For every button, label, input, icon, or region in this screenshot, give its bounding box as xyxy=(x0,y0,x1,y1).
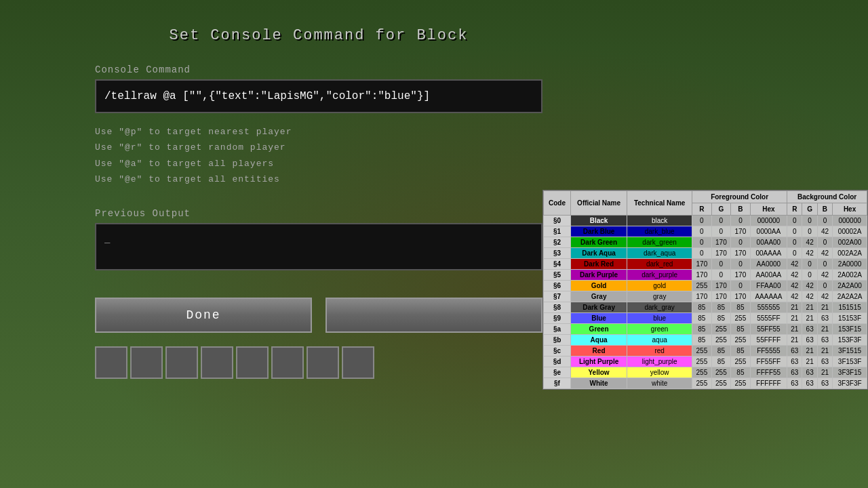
official-name-cell: Red xyxy=(570,346,627,357)
fg-hex-cell: 5555FF xyxy=(750,313,787,324)
fg-r-cell: 85 xyxy=(692,335,712,346)
bg-hex-cell: 2A002A xyxy=(833,270,867,281)
col-header-bg: Background Color xyxy=(787,191,867,203)
fg-g-cell: 255 xyxy=(711,335,731,346)
technical-name-cell: blue xyxy=(627,313,692,324)
color-table-body: §0 Black black 0 0 0 000000 0 0 0 000000… xyxy=(544,216,867,389)
code-cell: §5 xyxy=(544,270,571,281)
fg-hex-cell: 555555 xyxy=(750,302,787,313)
fg-b-cell: 255 xyxy=(731,357,751,367)
bg-hex-cell: 2A2A00 xyxy=(833,281,867,291)
bg-b-cell: 42 xyxy=(817,248,832,259)
fg-b-cell: 170 xyxy=(731,291,751,302)
bg-b-cell: 42 xyxy=(817,226,832,237)
bg-g-cell: 0 xyxy=(802,259,817,270)
fg-b-cell: 85 xyxy=(731,367,751,378)
color-table: Code Official Name Technical Name Foregr… xyxy=(543,190,867,389)
bg-r-cell: 21 xyxy=(787,313,802,324)
code-cell: §7 xyxy=(544,291,571,302)
bg-g-cell: 0 xyxy=(802,226,817,237)
bg-g-cell: 63 xyxy=(802,335,817,346)
inv-slot-6 xyxy=(271,346,304,379)
technical-name-cell: dark_green xyxy=(627,237,692,248)
official-name-cell: Dark Gray xyxy=(570,302,627,313)
inv-slot-8 xyxy=(342,346,374,379)
code-cell: §9 xyxy=(544,313,571,324)
bg-r-cell: 0 xyxy=(787,248,802,259)
fg-r-cell: 0 xyxy=(692,226,712,237)
hint-line-1: Use "@p" to target nearest player xyxy=(95,124,542,140)
col-header-official: Official Name xyxy=(570,191,627,216)
color-table-row: §6 Gold gold 255 170 0 FFAA00 42 42 0 2A… xyxy=(544,281,867,291)
bg-hex-cell: 3F1515 xyxy=(833,346,867,357)
bg-r-cell: 0 xyxy=(787,237,802,248)
technical-name-cell: red xyxy=(627,346,692,357)
official-name-cell: Black xyxy=(570,216,627,226)
fg-b-cell: 170 xyxy=(731,226,751,237)
code-cell: §6 xyxy=(544,281,571,291)
bg-g-cell: 21 xyxy=(802,313,817,324)
bg-hex-cell: 00002A xyxy=(833,226,867,237)
inv-slot-1 xyxy=(95,346,127,379)
hint-line-2: Use "@r" to target random player xyxy=(95,140,542,155)
prev-output-label: Previous Output xyxy=(95,208,542,219)
technical-name-cell: dark_aqua xyxy=(627,248,692,259)
fg-b-cell: 0 xyxy=(731,216,751,226)
bg-g-cell: 42 xyxy=(802,237,817,248)
color-table-row: §a Green green 85 255 85 55FF55 21 63 21… xyxy=(544,324,867,335)
color-table-row: §e Yellow yellow 255 255 85 FFFF55 63 63… xyxy=(544,367,867,378)
fg-g-cell: 85 xyxy=(711,302,731,313)
bg-b-cell: 0 xyxy=(817,237,832,248)
fg-r-cell: 170 xyxy=(692,270,712,281)
color-table-row: §3 Dark Aqua dark_aqua 0 170 170 00AAAA … xyxy=(544,248,867,259)
color-table-row: §c Red red 255 85 85 FF5555 63 21 21 3F1… xyxy=(544,346,867,357)
official-name-cell: Yellow xyxy=(570,367,627,378)
code-cell: §1 xyxy=(544,226,571,237)
fg-b-cell: 255 xyxy=(731,378,751,389)
fg-g-cell: 0 xyxy=(711,259,731,270)
code-cell: §3 xyxy=(544,248,571,259)
inv-slot-7 xyxy=(307,346,339,379)
bg-b-cell: 0 xyxy=(817,216,832,226)
done-button[interactable]: Done xyxy=(95,298,312,333)
technical-name-cell: black xyxy=(627,216,692,226)
fg-b-cell: 85 xyxy=(731,324,751,335)
page-title: Set Console Command for Block xyxy=(95,27,542,44)
technical-name-cell: dark_blue xyxy=(627,226,692,237)
code-cell: §c xyxy=(544,346,571,357)
official-name-cell: Dark Green xyxy=(570,237,627,248)
bg-hex-cell: 002A00 xyxy=(833,237,867,248)
fg-g-cell: 0 xyxy=(711,216,731,226)
bg-b-cell: 63 xyxy=(817,357,832,367)
color-table-row: §2 Dark Green dark_green 0 170 0 00AA00 … xyxy=(544,237,867,248)
cancel-button[interactable] xyxy=(326,298,542,333)
official-name-cell: Gray xyxy=(570,291,627,302)
fg-g-cell: 255 xyxy=(711,367,731,378)
inv-slot-2 xyxy=(130,346,163,379)
bg-r-cell: 63 xyxy=(787,378,802,389)
fg-g-cell: 85 xyxy=(711,346,731,357)
fg-r-cell: 255 xyxy=(692,367,712,378)
fg-r-cell: 0 xyxy=(692,216,712,226)
bg-g-cell: 63 xyxy=(802,378,817,389)
color-table-row: §0 Black black 0 0 0 000000 0 0 0 000000 xyxy=(544,216,867,226)
bg-r-cell: 42 xyxy=(787,281,802,291)
bg-hex-cell: 153F15 xyxy=(833,324,867,335)
official-name-cell: Dark Blue xyxy=(570,226,627,237)
command-input-display[interactable]: /tellraw @a ["",{"text":"LapisMG","color… xyxy=(95,79,542,113)
technical-name-cell: aqua xyxy=(627,335,692,346)
bg-b-cell: 42 xyxy=(817,291,832,302)
inventory-row xyxy=(95,346,542,379)
color-table-row: §8 Dark Gray dark_gray 85 85 85 555555 2… xyxy=(544,302,867,313)
fg-r-cell: 0 xyxy=(692,237,712,248)
fg-hex-cell: 55FF55 xyxy=(750,324,787,335)
bg-b-cell: 0 xyxy=(817,281,832,291)
fg-r-cell: 255 xyxy=(692,357,712,367)
fg-hex-cell: FF5555 xyxy=(750,346,787,357)
fg-hex-cell: AA0000 xyxy=(750,259,787,270)
bg-r-cell: 42 xyxy=(787,270,802,281)
code-cell: §d xyxy=(544,357,571,367)
bg-g-cell: 21 xyxy=(802,357,817,367)
fg-g-cell: 170 xyxy=(711,237,731,248)
bg-g-cell: 42 xyxy=(802,291,817,302)
